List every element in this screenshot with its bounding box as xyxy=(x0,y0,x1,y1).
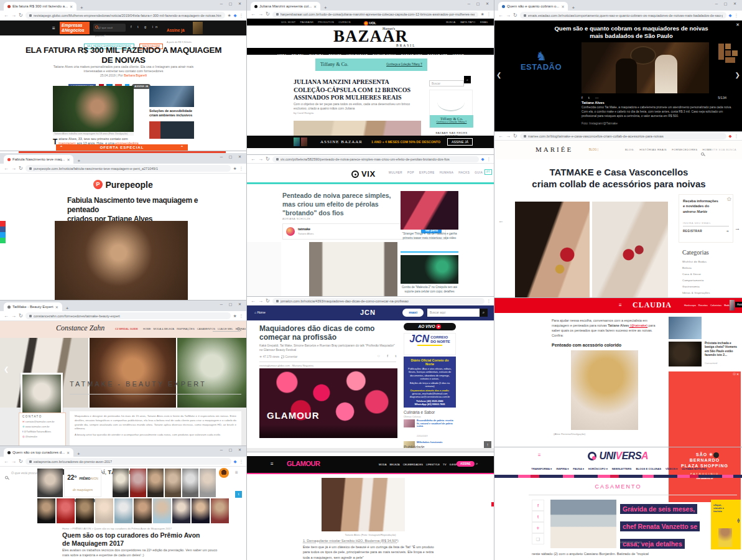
maxi-logo[interactable]: maxi xyxy=(402,309,424,317)
email-2[interactable]: diagramacao@correionoticias.com.br xyxy=(406,395,453,398)
forward-icon[interactable]: → xyxy=(258,299,263,304)
close-overlay-icon[interactable]: ✕ xyxy=(736,22,740,27)
nav-item[interactable]: CELEBRIDADES xyxy=(403,463,423,466)
more-share-button[interactable]: + xyxy=(532,522,544,533)
close-tab-icon[interactable]: ✕ xyxy=(561,4,564,9)
reload-icon[interactable]: ↻ xyxy=(19,459,23,464)
menu-icon[interactable]: ⋮ xyxy=(735,134,739,139)
nav-item[interactable]: CULTURA xyxy=(309,54,324,57)
contact-instagram[interactable]: @tatmake xyxy=(26,435,37,438)
sidebar-ad-title[interactable]: Próstata inchada e bexiga cheia? Homens … xyxy=(705,342,741,358)
nav-item[interactable]: HORÓSCOPO ▾ xyxy=(588,467,608,470)
forward-icon[interactable]: → xyxy=(11,13,16,18)
back-icon[interactable]: ← xyxy=(251,157,256,162)
nav-item[interactable]: MODA xyxy=(277,54,287,57)
author-link[interactable]: Barbara Bigarelli xyxy=(124,73,147,77)
url-box[interactable]: harpersbazaar.uol.com.br/tudo-de-coisa/j… xyxy=(272,12,478,17)
curator-photo[interactable] xyxy=(165,469,181,497)
back-icon[interactable]: ← xyxy=(498,13,503,18)
carousel-next-icon[interactable]: → xyxy=(735,225,740,231)
purepeople-logo[interactable]: P Purepeople xyxy=(93,179,153,190)
curator-photo[interactable] xyxy=(153,498,171,523)
assine-ja-button[interactable]: ASSINE JÁ xyxy=(447,138,473,146)
nav-item[interactable]: HUMANA xyxy=(440,171,454,174)
category-link[interactable]: Comportamento xyxy=(682,279,738,282)
new-tab-icon[interactable]: + xyxy=(66,306,69,311)
section-title[interactable]: Culinária e Sabor xyxy=(404,410,435,414)
curator-photo[interactable] xyxy=(172,498,190,523)
nav-item[interactable]: GUIA xyxy=(475,171,483,174)
tiffany-banner-ad[interactable]: Tiffany & Co. Conheça a Coleção Tiffany … xyxy=(315,58,427,71)
search-placeholder[interactable]: DIGITE SUA BUSCA xyxy=(707,148,736,151)
assine-button[interactable]: ASSINE xyxy=(457,461,475,467)
share-icons[interactable]: ◌ f t xyxy=(378,354,399,358)
twitter-share-icon[interactable] xyxy=(0,232,6,238)
curator-photo[interactable] xyxy=(76,498,94,523)
nav-item[interactable]: HISTÓRIAS REAIS xyxy=(639,148,667,151)
tiffany-sidebar-ad[interactable]: Tiffany & Co. Conheça a Coleção Tiffany … xyxy=(429,90,473,128)
new-tab-icon[interactable]: + xyxy=(80,5,83,11)
menu-icon[interactable]: ⋮ xyxy=(487,299,491,304)
sidebar-ad-thumb[interactable] xyxy=(149,121,194,139)
forward-icon[interactable]: → xyxy=(258,12,263,17)
back-icon[interactable]: ← xyxy=(4,314,9,319)
forward-icon[interactable]: → xyxy=(11,459,16,464)
uol-link[interactable]: PAGBANK xyxy=(300,21,313,24)
reload-icon[interactable]: ↻ xyxy=(19,166,23,171)
extension-icon[interactable]: ◆ xyxy=(729,134,732,139)
curator-photo[interactable] xyxy=(114,498,132,523)
curator-photo[interactable] xyxy=(130,469,146,497)
uol-link[interactable]: CURSOS xyxy=(338,21,351,24)
nav-item[interactable]: HACKS xyxy=(458,171,470,174)
cz-logo[interactable]: Constance Zahn xyxy=(56,324,104,333)
account-icon[interactable] xyxy=(713,452,719,458)
nav-item[interactable]: ESCAPE xyxy=(328,54,341,57)
claudia-logo[interactable]: CLAUDIA xyxy=(633,301,672,310)
nav-item[interactable]: BAZAAR KIDS xyxy=(401,54,422,57)
category-link[interactable]: Beleza xyxy=(682,266,738,269)
curator-photo[interactable] xyxy=(37,469,63,497)
hamburger-icon[interactable]: ≡ xyxy=(271,461,274,467)
menu-icon[interactable]: ⋮ xyxy=(239,13,244,18)
window-controls[interactable]: ─ ▢ ✕ xyxy=(220,302,244,306)
curator-photo[interactable] xyxy=(113,469,129,497)
email-icon[interactable]: ✉ xyxy=(700,454,703,458)
nav-item[interactable]: BLOGS E COLUNAS xyxy=(636,467,661,470)
pegn-logo[interactable]: Empresas&Negócios xyxy=(60,22,90,34)
search-icon[interactable] xyxy=(701,147,704,158)
window-controls[interactable]: ─ ▢ ✕ xyxy=(468,1,491,6)
nav-item[interactable]: NEWSLETTERS xyxy=(612,467,632,470)
back-icon[interactable]: ← xyxy=(4,166,9,171)
forward-icon[interactable]: → xyxy=(11,314,16,319)
category-link[interactable]: Ideias & Inspirações xyxy=(682,291,738,294)
browser-tab[interactable]: Fabiula Nascimento teve maq...✕ xyxy=(4,155,73,164)
nav-item[interactable]: BELEZA xyxy=(390,463,400,466)
reload-icon[interactable]: ↻ xyxy=(266,157,270,162)
bookmark-icon[interactable]: ★ xyxy=(228,13,231,18)
bookmark-icon[interactable]: ★ xyxy=(481,12,485,17)
article-headline[interactable]: Grávida de seis meses, chef Renata Vanze… xyxy=(620,500,710,552)
twitter-share-float[interactable]: t xyxy=(235,491,242,498)
extension-icon[interactable]: ◆ xyxy=(234,13,237,18)
purepeople-share-icon[interactable] xyxy=(0,221,6,226)
nav-item[interactable]: Horóscopo xyxy=(684,304,696,307)
close-tab-icon[interactable]: ✕ xyxy=(313,4,317,9)
new-tab-icon[interactable]: + xyxy=(324,5,327,11)
nav-item[interactable]: EXPLORE xyxy=(419,171,435,174)
whatsapp-share-icon[interactable] xyxy=(0,238,6,243)
list-item[interactable]: Escondidinho de paleta: receita fit, nat… xyxy=(404,419,456,439)
new-tab-icon[interactable]: + xyxy=(77,158,80,164)
browser-tab[interactable]: TatMake - Beauty Expert✕ xyxy=(4,302,62,311)
home-link[interactable]: ⌂ Home xyxy=(254,310,266,314)
magazine-cover-thumb[interactable] xyxy=(193,22,203,34)
menu-icon[interactable]: ⋮ xyxy=(487,157,491,162)
close-tab-icon[interactable]: ✕ xyxy=(70,4,73,9)
tatmake-link[interactable]: (@tatmake) xyxy=(629,324,647,327)
vix-logo[interactable]: VIX xyxy=(351,168,376,179)
email-input[interactable]: INSIRA SEU EMAIL xyxy=(683,222,729,226)
curator-photo[interactable] xyxy=(211,498,229,523)
back-icon[interactable]: ← xyxy=(4,13,9,18)
menu-icon[interactable]: ⋮ xyxy=(239,166,244,171)
nav-item[interactable]: ÚLTIMAS NOTÍCIAS xyxy=(682,467,706,470)
url-box[interactable]: eaitapronta.com.br/curadores-do-premio-a… xyxy=(26,458,231,465)
